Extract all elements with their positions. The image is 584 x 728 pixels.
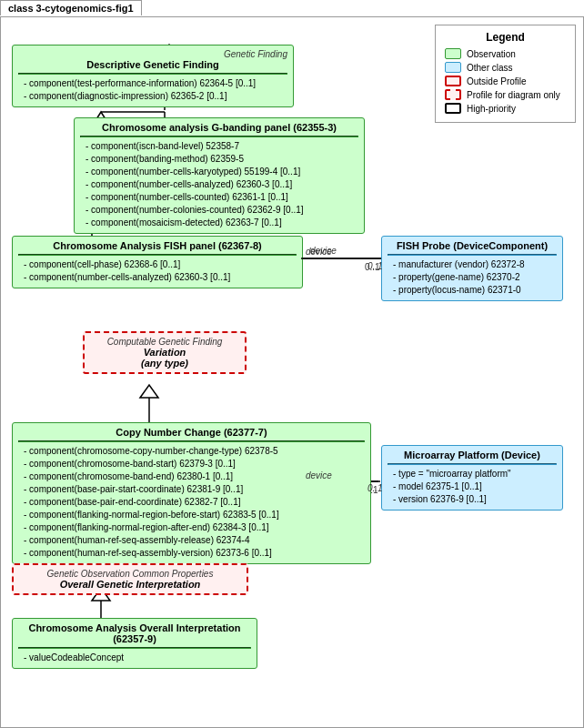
list-item: component(number-cells-analyzed) 62360-3… xyxy=(22,271,297,284)
list-item: component(flanking-normal-region-after-e… xyxy=(22,521,365,534)
legend-item-otherclass: Other class xyxy=(445,62,566,73)
page-wrapper: class 3-cytogenomics-fig1 device 0..1 de xyxy=(0,0,584,728)
legend-observation-label: Observation xyxy=(467,49,516,59)
descriptive-items: component(test-performance-information) … xyxy=(18,77,287,103)
legend-highpriority-label: High-priority xyxy=(467,104,516,114)
interpretation-stereotype: Genetic Observation Common Properties xyxy=(21,569,239,579)
fish-title: Chromosome Analysis FISH panel (62367-8) xyxy=(18,240,297,251)
copynumber-items: component(chromosome-copy-number-change-… xyxy=(18,445,365,560)
descriptive-genetic-finding-box: Genetic Finding Descriptive Genetic Find… xyxy=(12,45,294,107)
legend-black-bold-box xyxy=(445,103,461,114)
gbanding-items: component(iscn-band-level) 52358-7 compo… xyxy=(80,140,358,229)
list-item: property(gene-name) 62370-2 xyxy=(391,271,557,284)
interpretation-box: Genetic Observation Common Properties Ov… xyxy=(12,563,248,595)
gbanding-box: Chromosome analysis G-banding panel (623… xyxy=(74,117,365,234)
list-item: component(number-cells-karyotyped) 55199… xyxy=(84,166,358,178)
variation-stereotype: Computable Genetic Finding xyxy=(92,337,237,347)
legend-item-observation: Observation xyxy=(445,48,566,59)
list-item: component(iscn-band-level) 52358-7 xyxy=(84,140,358,153)
tab-label[interactable]: class 3-cytogenomics-fig1 xyxy=(0,0,142,15)
variation-title: Variation (any type) xyxy=(92,347,237,369)
chromosome-overall-items: valueCodeableConcept xyxy=(18,652,251,664)
list-item: component(test-performance-information) … xyxy=(22,77,287,90)
fish-probe-box: FISH Probe (DeviceComponent) manufacture… xyxy=(381,236,563,301)
fish-items: component(cell-phase) 62368-6 [0..1] com… xyxy=(18,258,297,284)
list-item: component(cell-phase) 62368-6 [0..1] xyxy=(22,258,297,271)
list-item: component(number-cells-analyzed) 62360-3… xyxy=(84,178,358,191)
microarray-items: type = "microarray platform" model 62375… xyxy=(388,468,557,506)
legend-red-solid-box xyxy=(445,76,461,86)
list-item: component(base-pair-start-coordinate) 62… xyxy=(22,483,365,496)
list-item: manufacturer (vendor) 62372-8 xyxy=(391,258,557,271)
legend-item-profile: Profile for diagram only xyxy=(445,89,566,100)
chromosome-overall-title: Chromosome Analysis Overall Interpretati… xyxy=(18,622,251,644)
interpretation-title: Overall Genetic Interpretation xyxy=(21,579,239,590)
list-item: component(number-colonies-counted) 62362… xyxy=(84,204,358,217)
microarray-title: Microarray Platform (Device) xyxy=(388,450,557,460)
list-item: type = "microarray platform" xyxy=(391,468,557,480)
legend-item-outside: Outside Profile xyxy=(445,76,566,86)
list-item: valueCodeableConcept xyxy=(22,652,251,664)
svg-marker-9 xyxy=(140,385,158,398)
legend-title: Legend xyxy=(445,31,566,44)
fish-panel-box: Chromosome Analysis FISH panel (62367-8)… xyxy=(12,236,303,288)
microarray-arrow-svg xyxy=(371,475,384,493)
list-item: component(chromosome-copy-number-change-… xyxy=(22,445,365,458)
list-item: version 62376-9 [0..1] xyxy=(391,493,557,506)
fish-probe-title: FISH Probe (DeviceComponent) xyxy=(388,240,557,251)
copynumber-title: Copy Number Change (62377-7) xyxy=(18,427,365,438)
list-item: component(banding-method) 62359-5 xyxy=(84,153,358,166)
legend-outside-label: Outside Profile xyxy=(467,76,527,86)
list-item: model 62375-1 [0..1] xyxy=(391,480,557,493)
copynumber-box: Copy Number Change (62377-7) component(c… xyxy=(12,422,371,564)
list-item: component(flanking-normal-region-before-… xyxy=(22,509,365,521)
list-item: component(chromosome-band-start) 62379-3… xyxy=(22,458,365,470)
descriptive-title: Descriptive Genetic Finding xyxy=(18,59,287,70)
list-item: component(diagnostic-impression) 62365-2… xyxy=(22,90,287,103)
microarray-box: Microarray Platform (Device) type = "mic… xyxy=(381,445,563,511)
legend-red-dashed-box xyxy=(445,89,461,100)
legend-otherclass-label: Other class xyxy=(467,63,513,73)
legend-item-highpriority: High-priority xyxy=(445,103,566,114)
list-item: component(base-pair-end-coordinate) 6238… xyxy=(22,496,365,509)
legend: Legend Observation Other class Outside P… xyxy=(435,25,576,123)
list-item: component(number-cells-counted) 62361-1 … xyxy=(84,191,358,204)
fish-probe-items: manufacturer (vendor) 62372-8 property(g… xyxy=(388,258,557,297)
legend-green-box xyxy=(445,48,461,59)
legend-profile-label: Profile for diagram only xyxy=(467,90,560,100)
descriptive-stereotype: Genetic Finding xyxy=(18,49,287,59)
list-item: component(human-ref-seq-assembly-release… xyxy=(22,534,365,547)
list-item: component(mosaicism-detected) 62363-7 [0… xyxy=(84,217,358,229)
legend-blue-box xyxy=(445,62,461,73)
variation-box: Computable Genetic Finding Variation (an… xyxy=(83,331,247,374)
list-item: component(human-ref-seq-assembly-version… xyxy=(22,547,365,560)
list-item: property(locus-name) 62371-0 xyxy=(391,284,557,297)
diagram-area: device 0..1 device 0..1 Legend Observati… xyxy=(0,16,584,728)
fish-arrow-svg xyxy=(301,249,383,268)
chromosome-overall-box: Chromosome Analysis Overall Interpretati… xyxy=(12,618,257,669)
gbanding-title: Chromosome analysis G-banding panel (623… xyxy=(80,122,358,133)
copy-device-label: device xyxy=(306,470,332,480)
